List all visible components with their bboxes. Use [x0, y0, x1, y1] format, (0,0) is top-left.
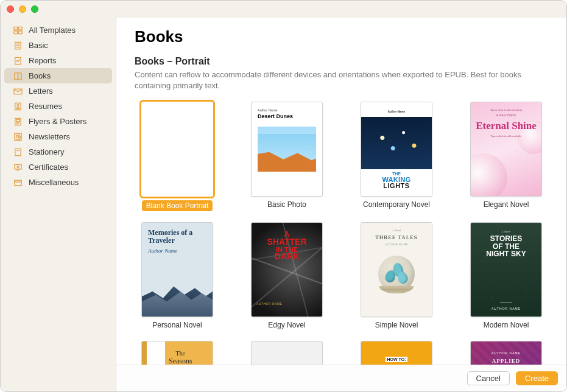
cover-author: Author Name	[148, 248, 206, 254]
template-thumbnail: Memories of a Traveler Author Name	[141, 222, 213, 317]
svg-line-28	[16, 169, 17, 170]
sidebar-item-resumes[interactable]: Resumes	[4, 99, 112, 114]
minimize-window-icon[interactable]	[19, 5, 26, 13]
svg-rect-1	[18, 27, 22, 30]
template-tile[interactable]	[244, 341, 329, 365]
resumes-icon	[13, 102, 23, 111]
cover-title: Memories of a Traveler	[148, 229, 206, 244]
newsletters-icon	[13, 133, 23, 141]
page-title: Books	[135, 27, 548, 46]
cover-title-line: THE	[364, 172, 429, 176]
cover-pretitle: HOW TO:	[386, 357, 408, 362]
template-tile[interactable]: Author Name Desert Dunes Basic Photo	[244, 102, 329, 211]
svg-rect-26	[14, 164, 21, 169]
svg-rect-0	[13, 27, 17, 30]
cover-title-line: SHATTER	[256, 238, 317, 246]
template-thumbnail: The Seasons of Paris	[141, 341, 213, 365]
sidebar-item-label: Reports	[29, 56, 57, 65]
template-tile[interactable]: Memories of a Traveler Author Name Perso…	[135, 222, 220, 330]
cover-author: AUTHOR NAME	[471, 307, 541, 310]
section-title: Books – Portrait	[135, 56, 548, 67]
template-tile[interactable]: A Novel THREE TALES AUTHOR NAME Simple N…	[354, 222, 439, 330]
cover-title-line: NIGHT SKY	[476, 250, 537, 258]
sidebar-item-reports[interactable]: Reports	[4, 53, 112, 68]
cover-author: Author Name	[388, 110, 405, 113]
template-thumbnail: A SHATTER IN THE DARK AUTHOR NAME	[251, 222, 323, 317]
stationery-icon	[13, 148, 23, 156]
template-thumbnail: Author Name THE WAKING LIGHTS	[361, 102, 432, 197]
cover-title-line: Seasons	[169, 357, 192, 365]
cover-author: AUTHOR NAME	[474, 351, 538, 355]
sidebar-item-label: Books	[29, 71, 51, 80]
sidebar: All TemplatesBasicReportsBooksLettersRes…	[1, 18, 116, 391]
close-window-icon[interactable]	[7, 5, 14, 13]
sidebar-item-basic[interactable]: Basic	[4, 38, 112, 53]
flyers-icon	[13, 117, 23, 126]
cover-tap-hint: Tap or click to add a heading	[474, 108, 538, 111]
template-tile[interactable]: HOW TO: WORK & TRAVEL	[354, 341, 439, 365]
cover-author: AUTHOR NAME	[256, 302, 282, 306]
sidebar-item-flyers-posters[interactable]: Flyers & Posters	[4, 114, 112, 129]
sidebar-item-stationery[interactable]: Stationery	[4, 144, 112, 159]
books-icon	[13, 72, 23, 80]
template-scroll-area[interactable]: Books – Portrait Content can reflow to a…	[116, 50, 566, 365]
template-tile[interactable]: AUTHOR NAME APPLIED CHEMISTRY FIRST EDIT…	[463, 341, 549, 365]
template-thumbnail: HOW TO: WORK & TRAVEL	[361, 341, 432, 365]
misc-icon	[13, 178, 23, 187]
titlebar	[1, 1, 566, 18]
template-label: Personal Novel	[152, 321, 202, 329]
svg-point-11	[17, 104, 19, 106]
template-thumbnail: Author Name Desert Dunes	[251, 102, 323, 197]
certificates-icon	[13, 163, 23, 172]
letters-icon	[13, 87, 23, 96]
template-tile[interactable]: Blank Book Portrait	[135, 102, 220, 211]
templates-icon	[13, 26, 23, 35]
sidebar-item-all-templates[interactable]: All Templates	[4, 23, 112, 38]
zoom-window-icon[interactable]	[31, 5, 38, 13]
reports-icon	[13, 57, 23, 65]
template-label: Contemporary Novel	[363, 200, 430, 209]
template-label: Simple Novel	[375, 321, 418, 329]
section-desc: Content can reflow to accommodate differ…	[135, 69, 537, 91]
template-thumbnail: A Novel STORIES OF THE NIGHT SKY AUTHOR …	[470, 222, 542, 317]
template-thumbnail	[141, 102, 213, 197]
sidebar-item-books[interactable]: Books	[4, 68, 112, 83]
sidebar-item-label: Basic	[29, 41, 48, 50]
template-tile[interactable]: The Seasons of Paris	[135, 341, 220, 365]
sidebar-item-label: Resumes	[29, 102, 62, 111]
basic-icon	[13, 41, 23, 50]
cover-title-line: STORIES	[476, 235, 537, 243]
cancel-button[interactable]: Cancel	[467, 371, 510, 385]
sidebar-item-label: All Templates	[29, 26, 76, 35]
sidebar-item-label: Flyers & Posters	[29, 117, 86, 126]
template-tile[interactable]: A SHATTER IN THE DARK AUTHOR NAME Edgy N…	[244, 222, 329, 330]
template-label: Blank Book Portrait	[142, 200, 213, 211]
sidebar-item-label: Letters	[29, 86, 53, 96]
template-tile[interactable]: A Novel STORIES OF THE NIGHT SKY AUTHOR …	[463, 222, 549, 330]
cover-title: APPLIED CHEMISTRY	[474, 358, 538, 365]
sidebar-item-label: Newsletters	[29, 132, 70, 141]
cover-title: THREE TALES	[364, 234, 429, 240]
template-tile[interactable]: Author Name THE WAKING LIGHTS Contempora…	[354, 102, 439, 211]
cover-title-line: DARK	[256, 253, 317, 261]
template-label: Edgy Novel	[268, 321, 305, 329]
sidebar-item-letters[interactable]: Letters	[4, 83, 112, 99]
sidebar-item-miscellaneous[interactable]: Miscellaneous	[4, 175, 112, 190]
svg-rect-21	[18, 136, 20, 138]
create-button[interactable]: Create	[516, 371, 558, 385]
template-tile[interactable]: Tap or click to add a heading Author Nam…	[463, 102, 549, 211]
template-grid: Blank Book Portrait Author Name Desert D…	[135, 102, 548, 365]
sidebar-item-newsletters[interactable]: Newsletters	[4, 129, 112, 144]
header: Books	[116, 18, 566, 50]
template-label: Modern Novel	[484, 321, 529, 329]
svg-rect-30	[14, 180, 21, 185]
sidebar-item-certificates[interactable]: Certificates	[4, 159, 112, 175]
svg-point-27	[17, 166, 19, 167]
template-label: Basic Photo	[267, 200, 306, 209]
template-thumbnail: A Novel THREE TALES AUTHOR NAME	[361, 222, 432, 317]
template-thumbnail: Tap or click to add a heading Author Nam…	[470, 102, 542, 197]
cover-title-line: LIGHTS	[364, 182, 429, 189]
sidebar-item-label: Miscellaneous	[29, 178, 79, 187]
template-label: Elegant Novel	[484, 200, 529, 209]
cover-author: Author Name	[474, 113, 538, 117]
